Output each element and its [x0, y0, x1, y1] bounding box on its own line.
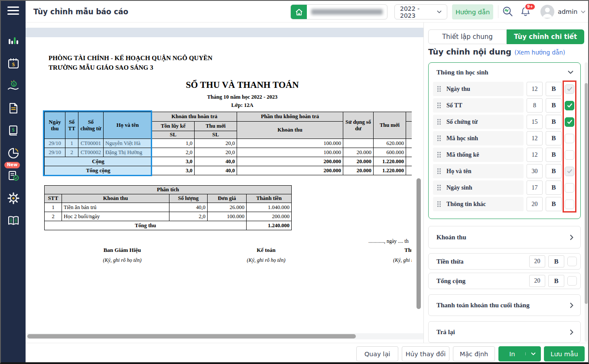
field-visibility-checkbox[interactable] — [565, 117, 574, 127]
column-width-input[interactable]: 20 — [529, 275, 545, 287]
home-button[interactable] — [291, 5, 307, 19]
view-guide-link[interactable]: (Xem hướng dẫn) — [514, 49, 565, 56]
hamburger-menu-icon[interactable] — [7, 6, 19, 17]
tab-detailed-customization[interactable]: Tùy chỉnh chi tiết — [507, 29, 584, 44]
col-header-clipped — [406, 122, 412, 139]
sidebar-item-collect[interactable]: $ — [1, 74, 26, 97]
tab-general-settings[interactable]: Thiết lập chung — [428, 29, 507, 44]
column-width-input[interactable]: 30 — [527, 164, 543, 178]
school-year-dropdown[interactable]: 2022 - 2023 — [394, 4, 447, 19]
panel-scrollbar-track — [585, 62, 588, 342]
field-visibility-checkbox[interactable] — [565, 200, 574, 209]
section-thanh-toan[interactable]: Thanh toán khoản thu cuối tháng — [428, 294, 581, 316]
field-row: Ngày thu 12 B — [433, 82, 574, 96]
drag-handle-icon[interactable] — [437, 168, 441, 174]
bold-toggle-button[interactable]: B — [548, 255, 564, 267]
total-row: Tổng thu 1.240.000 — [45, 221, 292, 230]
sidebar-item-settings[interactable] — [1, 187, 26, 209]
column-width-input[interactable]: 20 — [527, 197, 543, 211]
user-menu[interactable]: admin — [540, 5, 586, 19]
pie-chart-icon — [7, 147, 20, 160]
sidebar-item-fees[interactable]: $ — [1, 52, 26, 74]
customization-panel: Thiết lập chung Tùy chỉnh chi tiết Tùy c… — [423, 23, 589, 343]
panel-tabs: Thiết lập chung Tùy chỉnh chi tiết — [428, 29, 584, 44]
sidebar: $ $ — [1, 1, 26, 362]
field-visibility-checkbox[interactable] — [565, 150, 574, 160]
print-button[interactable]: In — [499, 351, 525, 358]
section-title: Thông tin học sinh — [436, 69, 488, 76]
check-icon — [567, 87, 573, 91]
search-button[interactable] — [502, 6, 514, 19]
bold-toggle-button[interactable]: B — [546, 115, 562, 129]
column-width-input[interactable]: 17 — [527, 180, 543, 195]
field-visibility-checkbox[interactable] — [565, 167, 574, 176]
drag-handle-icon[interactable] — [437, 152, 441, 158]
settings-gear-icon — [7, 192, 20, 205]
drag-handle-icon[interactable] — [437, 201, 441, 207]
field-visibility-checkbox[interactable] — [565, 134, 574, 143]
column-width-input[interactable]: 8 — [527, 98, 543, 113]
column-width-input[interactable]: 12 — [527, 131, 543, 145]
section-tra-lai[interactable]: Trả lại — [428, 321, 581, 343]
header-divider — [498, 5, 498, 18]
field-visibility-checkbox[interactable] — [567, 257, 577, 266]
discard-changes-button[interactable]: Hủy thay đổi — [402, 346, 449, 361]
panel-heading: Tùy chỉnh nội dung — [428, 47, 511, 56]
panel-scrollbar[interactable] — [585, 83, 588, 304]
notifications-button[interactable]: 9+ — [520, 6, 531, 19]
default-button[interactable]: Mặc định — [453, 346, 495, 361]
bold-toggle-button[interactable]: B — [546, 82, 562, 96]
drag-handle-icon[interactable] — [437, 135, 441, 141]
org-line-1: PHÒNG TÀI CHÍNH - KẾ HOẠCH QUẬN NGÔ QUYỀ… — [49, 55, 212, 62]
student-info-section: Thông tin học sinh Ngày thu 12 B — [428, 62, 581, 219]
column-width-input[interactable]: 20 — [529, 255, 545, 267]
sidebar-item-reports[interactable] — [1, 142, 26, 164]
back-button[interactable]: Quay lại — [356, 346, 398, 361]
drag-handle-icon[interactable] — [437, 86, 441, 92]
field-visibility-checkbox[interactable] — [565, 84, 574, 94]
bold-toggle-button[interactable]: B — [546, 148, 562, 162]
bold-toggle-button[interactable]: B — [546, 98, 562, 113]
field-label: Số chứng từ — [446, 119, 478, 126]
student-info-section-header[interactable]: Thông tin học sinh — [429, 63, 580, 82]
col-group-header: Phần thu không hoàn trả — [237, 112, 343, 122]
print-dropdown-button[interactable] — [525, 352, 540, 355]
column-width-input[interactable]: 12 — [527, 148, 543, 162]
bold-toggle-button[interactable]: B — [546, 180, 562, 195]
sidebar-item-new-report[interactable]: New — [1, 164, 26, 187]
help-button[interactable]: Hướng dẫn — [452, 4, 493, 19]
drag-handle-icon[interactable] — [437, 185, 441, 190]
save-template-button[interactable]: Lưu mẫu — [544, 346, 585, 361]
school-selector[interactable] — [290, 4, 387, 19]
field-visibility-checkbox[interactable] — [565, 183, 574, 193]
bold-toggle-button[interactable]: B — [546, 131, 562, 145]
footer-bar: Quay lại Hủy thay đổi Mặc định In Lưu mẫ… — [26, 343, 588, 363]
sidebar-item-documents[interactable] — [1, 97, 26, 119]
column-width-input[interactable]: 12 — [527, 82, 543, 96]
document-vertical-scrollbar[interactable] — [417, 178, 421, 309]
chevron-down-icon — [437, 10, 442, 13]
sidebar-item-cash-book[interactable]: $ — [1, 119, 26, 142]
drag-handle-icon[interactable] — [437, 103, 441, 108]
table-row: 29/10 1 CT00001 Nguyễn Việt Hà 1,0 20,0 … — [45, 139, 412, 148]
field-visibility-checkbox[interactable] — [567, 276, 577, 286]
guide-book-icon — [7, 214, 20, 227]
total-row: Tổng cộng 3,0 40,0 200.000 20.000 1.220.… — [45, 166, 412, 175]
document-icon — [7, 102, 20, 115]
field-row-main: Số TT — [433, 98, 524, 113]
document-horizontal-scrollbar[interactable] — [27, 334, 356, 338]
hand-coin-icon: $ — [7, 79, 20, 92]
col-header: Thu mới — [195, 122, 237, 131]
drag-handle-icon[interactable] — [437, 119, 441, 125]
sidebar-item-dashboard[interactable] — [1, 29, 26, 52]
section-khoan-thu[interactable]: Khoản thu — [428, 226, 581, 248]
bold-toggle-button[interactable]: B — [548, 275, 564, 287]
field-label: Họ và tên — [446, 168, 472, 175]
column-width-input[interactable]: 15 — [527, 115, 543, 129]
bold-toggle-button[interactable]: B — [546, 164, 562, 178]
field-visibility-checkbox[interactable] — [565, 101, 574, 110]
field-row: Thông tin khác 20 B — [433, 197, 574, 211]
bold-toggle-button[interactable]: B — [546, 197, 562, 211]
col-header: Tồn lũy kế — [152, 122, 195, 131]
sidebar-item-guide[interactable] — [1, 209, 26, 232]
